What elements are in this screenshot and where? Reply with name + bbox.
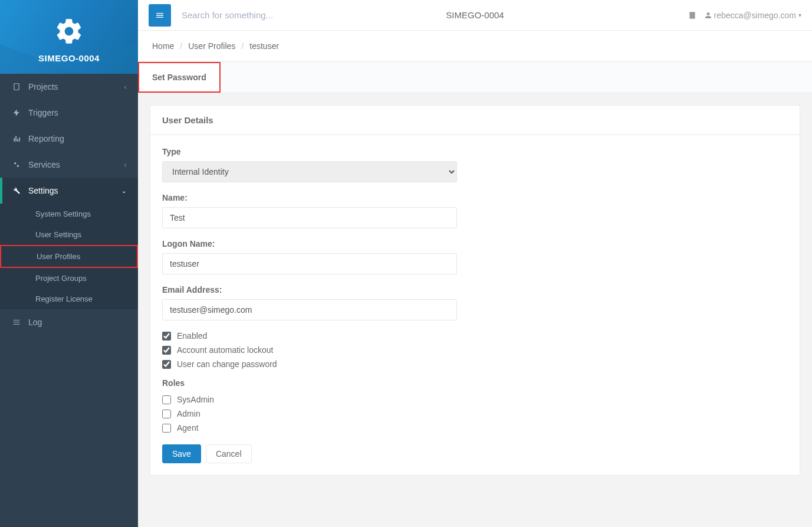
email-label: Email Address:: [162, 285, 469, 294]
logon-label: Logon Name:: [162, 239, 469, 248]
sidebar-item-settings[interactable]: Settings ⌄: [0, 178, 138, 204]
list-icon: [12, 318, 21, 326]
sidebar-item-services[interactable]: Services ‹: [0, 152, 138, 178]
user-menu[interactable]: rebecca@simego.com ▾: [705, 11, 802, 20]
enabled-label: Enabled: [177, 331, 207, 341]
sidebar-item-user-profiles[interactable]: User Profiles: [0, 245, 138, 268]
sidebar: S SIMEGO-0004 Projects ‹ Triggers Report…: [0, 0, 138, 527]
book-icon: [12, 83, 21, 91]
breadcrumb: Home / User Profiles / testuser: [152, 41, 798, 51]
role-admin-checkbox[interactable]: [162, 410, 171, 418]
lockout-checkbox[interactable]: [162, 346, 171, 355]
user-icon: [705, 12, 712, 19]
menu-toggle-button[interactable]: [149, 4, 171, 27]
roles-title: Roles: [162, 378, 469, 388]
button-label: Cancel: [216, 449, 242, 459]
save-button[interactable]: Save: [162, 444, 201, 463]
lockout-label: Account automatic lockout: [177, 345, 273, 355]
sidebar-item-log[interactable]: Log: [0, 309, 138, 335]
sidebar-item-project-groups[interactable]: Project Groups: [0, 268, 138, 289]
button-label: Save: [172, 449, 191, 459]
page-title: SIMEGO-0004: [446, 10, 504, 20]
sidebar-item-label: Projects: [28, 82, 58, 91]
main: SIMEGO-0004 rebecca@simego.com ▾ Home / …: [138, 0, 812, 527]
app-logo-icon: S: [54, 17, 84, 46]
chevron-left-icon: ‹: [124, 84, 126, 90]
panel-title: User Details: [150, 106, 800, 135]
sidebar-item-user-settings[interactable]: User Settings: [0, 224, 138, 245]
cogs-icon: [12, 161, 21, 169]
type-label: Type: [162, 147, 469, 156]
svg-point-2: [17, 165, 19, 168]
breadcrumb-sep: /: [241, 41, 244, 51]
breadcrumb-current: testuser: [249, 41, 279, 51]
caret-down-icon: ▾: [798, 12, 801, 18]
role-agent-checkbox[interactable]: [162, 424, 171, 433]
settings-subnav: System Settings User Settings User Profi…: [0, 204, 138, 309]
bars-icon: [155, 11, 165, 20]
sidebar-item-label: Register License: [35, 294, 93, 303]
sidebar-item-label: User Settings: [35, 230, 81, 239]
user-email: rebecca@simego.com: [714, 11, 797, 20]
sidebar-item-label: Reporting: [28, 134, 64, 143]
changepw-checkbox[interactable]: [162, 360, 171, 369]
type-select[interactable]: Internal Identity: [162, 161, 457, 182]
breadcrumb-sep: /: [180, 41, 182, 51]
bolt-icon: [12, 109, 21, 117]
role-label: Admin: [177, 409, 200, 418]
breadcrumb-home[interactable]: Home: [152, 41, 174, 51]
name-label: Name:: [162, 193, 469, 202]
sidebar-item-label: User Profiles: [37, 252, 80, 261]
sidebar-item-system-settings[interactable]: System Settings: [0, 204, 138, 224]
logon-input[interactable]: [162, 253, 457, 274]
email-input[interactable]: [162, 299, 457, 320]
tab-bar: Set Password: [138, 61, 812, 93]
sidebar-header: S SIMEGO-0004: [0, 0, 138, 74]
sidebar-item-reporting[interactable]: Reporting: [0, 126, 138, 152]
wrench-icon: [12, 186, 21, 195]
changepw-label: User can change password: [177, 359, 277, 369]
sidebar-item-label: Log: [28, 317, 42, 327]
tab-set-password[interactable]: Set Password: [138, 62, 221, 93]
chevron-left-icon: ‹: [124, 162, 126, 168]
cancel-button[interactable]: Cancel: [206, 444, 252, 463]
role-label: SysAdmin: [177, 395, 214, 404]
role-sysadmin-checkbox[interactable]: [162, 395, 171, 404]
sidebar-item-label: Settings: [28, 186, 58, 195]
sidebar-item-label: Triggers: [28, 108, 58, 117]
search-input[interactable]: [182, 10, 388, 20]
chart-icon: [12, 135, 21, 143]
topbar: SIMEGO-0004 rebecca@simego.com ▾: [138, 0, 812, 31]
content-area: User Details Type Internal Identity Name…: [138, 93, 812, 527]
chevron-down-icon: ⌄: [121, 188, 126, 194]
tab-label: Set Password: [152, 73, 206, 82]
breadcrumb-user-profiles[interactable]: User Profiles: [188, 41, 235, 51]
sidebar-item-register-license[interactable]: Register License: [0, 289, 138, 309]
enabled-checkbox[interactable]: [162, 332, 171, 341]
user-details-panel: User Details Type Internal Identity Name…: [150, 105, 800, 476]
svg-text:S: S: [66, 27, 72, 37]
breadcrumb-bar: Home / User Profiles / testuser: [138, 31, 812, 61]
sidebar-nav: Projects ‹ Triggers Reporting Services ‹: [0, 74, 138, 335]
svg-point-1: [14, 162, 17, 165]
sidebar-item-label: System Settings: [35, 210, 91, 218]
sidebar-item-label: Project Groups: [35, 274, 87, 283]
sidebar-item-projects[interactable]: Projects ‹: [0, 74, 138, 100]
sidebar-item-label: Services: [28, 160, 60, 169]
book-icon[interactable]: [688, 11, 696, 19]
sidebar-item-triggers[interactable]: Triggers: [0, 100, 138, 126]
name-input[interactable]: [162, 207, 457, 228]
role-label: Agent: [177, 423, 199, 433]
app-name: SIMEGO-0004: [0, 53, 138, 63]
